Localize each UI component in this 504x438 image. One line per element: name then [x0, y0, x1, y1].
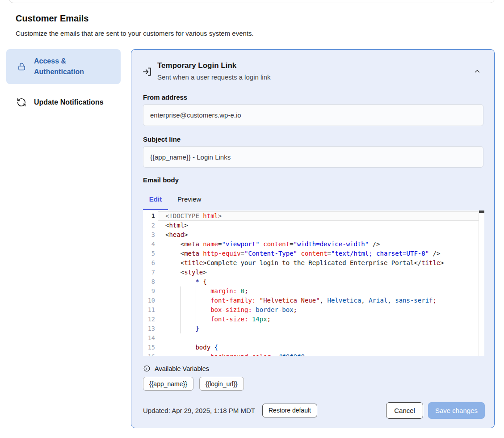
- code-line[interactable]: 2<html>: [143, 221, 484, 230]
- line-number: 5: [143, 249, 155, 258]
- code-line[interactable]: 10 font-family: "Helvetica Neue", Helvet…: [143, 296, 484, 305]
- code-line[interactable]: 8 * {: [143, 277, 484, 286]
- refresh-icon: [16, 97, 27, 107]
- code-editor-lines: 1<!DOCTYPE html>2<html>3<head>4 <meta na…: [143, 211, 484, 356]
- variable-chips: {{app_name}} {{login_url}}: [143, 377, 244, 391]
- line-number: 3: [143, 230, 155, 240]
- code-editor[interactable]: 1<!DOCTYPE html>2<html>3<head>4 <meta na…: [143, 211, 484, 356]
- restore-default-button[interactable]: Restore default: [262, 404, 317, 417]
- variable-chip-login-url[interactable]: {{login_url}}: [199, 377, 244, 391]
- line-number: 16: [143, 352, 155, 356]
- sidebar: Access & Authentication Update Notificat…: [6, 49, 121, 113]
- line-number: 11: [143, 305, 155, 315]
- code-line[interactable]: 7 <style>: [143, 268, 484, 277]
- sidebar-item-access-authentication[interactable]: Access & Authentication: [6, 49, 121, 84]
- line-number: 13: [143, 324, 155, 333]
- card-footer: Updated: Apr 29, 2025, 1:18 PM MDT Resto…: [143, 402, 485, 419]
- email-body-label: Email body: [143, 176, 179, 184]
- code-line[interactable]: 15 body {: [143, 343, 484, 352]
- previous-card-bottom-edge: [9, 0, 495, 3]
- page-title: Customer Emails: [16, 13, 88, 24]
- line-number: 9: [143, 286, 155, 296]
- code-line[interactable]: 11 box-sizing: border-box;: [143, 305, 484, 315]
- line-number: 4: [143, 240, 155, 249]
- code-line[interactable]: 1<!DOCTYPE html>: [143, 211, 484, 221]
- subject-line-input[interactable]: [143, 146, 483, 168]
- card-subtitle: Sent when a user requests a login link: [157, 73, 270, 81]
- line-number: 12: [143, 315, 155, 324]
- line-number: 2: [143, 221, 155, 230]
- line-number: 10: [143, 296, 155, 305]
- line-number: 15: [143, 343, 155, 352]
- page-subtitle: Customize the emails that are sent to yo…: [16, 29, 254, 37]
- line-number: 14: [143, 333, 155, 343]
- tab-edit[interactable]: Edit: [143, 195, 168, 203]
- collapse-button[interactable]: [474, 66, 485, 77]
- line-number: 6: [143, 258, 155, 268]
- card-title: Temporary Login Link: [157, 61, 236, 70]
- code-line[interactable]: 6 <title>Complete your login to the Repl…: [143, 258, 484, 268]
- code-line[interactable]: 4 <meta name="viewport" content="width=d…: [143, 240, 484, 249]
- code-line[interactable]: 14: [143, 333, 484, 343]
- code-line[interactable]: 3<head>: [143, 230, 484, 240]
- line-number: 8: [143, 277, 155, 286]
- sidebar-item-label: Access & Authentication: [34, 56, 105, 77]
- variable-chip-app-name[interactable]: {{app_name}}: [143, 377, 193, 391]
- available-variables-row: Available Variables: [143, 365, 209, 372]
- code-line[interactable]: 16 background-color: #f8f8f8;: [143, 352, 484, 356]
- code-line[interactable]: 5 <meta http-equiv="Content-Type" conten…: [143, 249, 484, 258]
- code-line[interactable]: 9 margin: 0;: [143, 286, 484, 296]
- from-address-input[interactable]: [143, 104, 483, 126]
- from-address-label: From address: [143, 93, 187, 101]
- login-icon: [142, 67, 152, 77]
- tab-preview[interactable]: Preview: [177, 195, 201, 203]
- active-tab-underline: [143, 209, 168, 210]
- available-variables-label: Available Variables: [155, 365, 209, 372]
- code-line[interactable]: 12 font-size: 14px;: [143, 315, 484, 324]
- cancel-button[interactable]: Cancel: [386, 402, 423, 419]
- info-icon: [143, 365, 151, 372]
- email-settings-card: Temporary Login Link Sent when a user re…: [131, 49, 495, 428]
- updated-timestamp: Updated: Apr 29, 2025, 1:18 PM MDT: [143, 407, 255, 414]
- chevron-up-icon: [474, 68, 485, 75]
- sidebar-item-update-notifications[interactable]: Update Notifications: [6, 92, 121, 113]
- code-line[interactable]: 13 }: [143, 324, 484, 333]
- line-number: 1: [143, 211, 155, 221]
- editor-scrollbar-thumb[interactable]: [479, 211, 484, 213]
- sidebar-item-label: Update Notifications: [34, 97, 105, 108]
- subject-line-label: Subject line: [143, 135, 181, 143]
- lock-icon: [16, 62, 27, 72]
- save-changes-button[interactable]: Save changes: [428, 402, 485, 419]
- line-number: 7: [143, 268, 155, 277]
- editor-scrollbar[interactable]: [479, 211, 484, 356]
